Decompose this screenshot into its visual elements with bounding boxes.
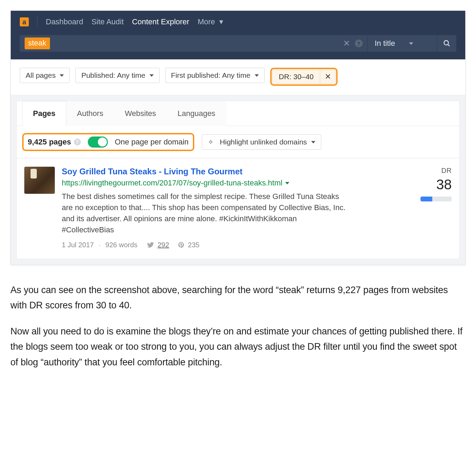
result-url[interactable]: https://livingthegourmet.com/2017/07/soy… xyxy=(62,179,407,188)
topbar: a Dashboard Site Audit Content Explorer … xyxy=(11,11,465,59)
filter-bar: All pages Published: Any time First publ… xyxy=(11,59,465,95)
tabs: Pages Authors Websites Languages xyxy=(17,101,459,126)
chevron-down-icon xyxy=(409,42,413,45)
result-word-count: 926 words xyxy=(105,241,137,249)
nav-divider xyxy=(37,16,37,27)
filter-all-pages[interactable]: All pages xyxy=(20,68,70,83)
twitter-count[interactable]: 292 xyxy=(158,241,169,249)
nav-more[interactable]: More ▾ xyxy=(198,17,223,26)
link-icon: ✧ xyxy=(208,138,214,146)
pinterest-count: 235 xyxy=(188,241,199,249)
chevron-down-icon xyxy=(311,141,315,143)
chevron-down-icon xyxy=(285,182,289,184)
twitter-icon xyxy=(147,241,154,248)
tab-languages[interactable]: Languages xyxy=(167,101,226,126)
article-paragraph-2: Now all you need to do is examine the bl… xyxy=(10,324,466,370)
svg-line-1 xyxy=(448,44,449,46)
close-icon[interactable]: ✕ xyxy=(320,70,335,83)
chevron-down-icon xyxy=(150,74,154,77)
tab-pages[interactable]: Pages xyxy=(22,101,66,126)
result-title-link[interactable]: Soy Grilled Tuna Steaks - Living The Gou… xyxy=(62,167,407,176)
separator xyxy=(97,241,102,249)
search-scope-label: In title xyxy=(375,39,395,48)
search-input[interactable]: steak ✕ ? xyxy=(20,35,367,52)
dr-bar xyxy=(420,197,452,201)
tab-websites[interactable]: Websites xyxy=(114,101,167,126)
result-row: Soy Grilled Tuna Steaks - Living The Gou… xyxy=(17,158,459,259)
article-paragraph-1: As you can see on the screenshot above, … xyxy=(10,282,466,313)
filter-published[interactable]: Published: Any time xyxy=(75,68,159,83)
filter-label: First published: Any time xyxy=(171,71,250,80)
one-page-per-domain-toggle[interactable] xyxy=(88,136,108,148)
filter-first-published[interactable]: First published: Any time xyxy=(165,68,265,83)
dr-bar-fill xyxy=(420,197,432,201)
search-row: steak ✕ ? In title xyxy=(20,35,456,52)
count-highlight: 9,425 pages ? One page per domain xyxy=(22,133,194,151)
result-thumbnail[interactable] xyxy=(24,167,55,194)
help-icon[interactable]: ? xyxy=(355,40,363,47)
filter-label: All pages xyxy=(26,71,56,80)
nav-content-explorer[interactable]: Content Explorer xyxy=(132,17,189,26)
nav-more-label: More xyxy=(198,17,215,26)
result-main: Soy Grilled Tuna Steaks - Living The Gou… xyxy=(62,167,407,249)
filter-dr-highlight: DR: 30–40 ✕ xyxy=(270,68,338,86)
highlight-unlinked-button[interactable]: ✧ Highlight unlinked domains xyxy=(202,134,321,150)
results-header: 9,425 pages ? One page per domain ✧ High… xyxy=(17,126,459,158)
nav-site-audit[interactable]: Site Audit xyxy=(92,17,124,26)
toggle-label: One page per domain xyxy=(115,138,189,147)
search-button[interactable] xyxy=(437,35,456,52)
results-panel: Pages Authors Websites Languages 9,425 p… xyxy=(16,101,460,259)
count-value: 9,425 pages xyxy=(28,138,71,147)
nav-row: a Dashboard Site Audit Content Explorer … xyxy=(20,11,456,33)
highlight-label: Highlight unlinked domains xyxy=(220,138,307,146)
brand-logo[interactable]: a xyxy=(20,17,29,26)
content-area: Pages Authors Websites Languages 9,425 p… xyxy=(11,95,465,265)
help-icon[interactable]: ? xyxy=(74,139,81,146)
pinterest-icon xyxy=(178,241,185,248)
dr-value: 38 xyxy=(414,177,452,192)
search-icon xyxy=(443,40,451,47)
chevron-down-icon xyxy=(60,74,64,77)
results-count: 9,425 pages ? xyxy=(28,138,81,147)
tab-authors[interactable]: Authors xyxy=(66,101,114,126)
filter-dr-chip[interactable]: DR: 30–40 ✕ xyxy=(272,70,335,84)
result-url-text: https://livingthegourmet.com/2017/07/soy… xyxy=(62,179,282,188)
app-screenshot: a Dashboard Site Audit Content Explorer … xyxy=(10,10,466,265)
chevron-down-icon: ▾ xyxy=(219,17,223,26)
filter-dr-label: DR: 30–40 xyxy=(273,70,320,83)
filter-label: Published: Any time xyxy=(81,71,145,80)
dr-label: DR xyxy=(414,167,452,175)
chevron-down-icon xyxy=(255,74,259,77)
nav-dashboard[interactable]: Dashboard xyxy=(46,17,83,26)
toggle-knob xyxy=(98,138,107,147)
clear-icon[interactable]: ✕ xyxy=(343,39,350,48)
search-tag[interactable]: steak xyxy=(25,38,50,49)
result-meta: 1 Jul 2017 926 words 292 235 xyxy=(62,241,407,249)
result-description: The best dishes sometimes call for the s… xyxy=(62,191,346,235)
result-dr-column: DR 38 xyxy=(414,167,452,249)
search-scope-select[interactable]: In title xyxy=(367,35,437,52)
result-date: 1 Jul 2017 xyxy=(62,241,94,249)
